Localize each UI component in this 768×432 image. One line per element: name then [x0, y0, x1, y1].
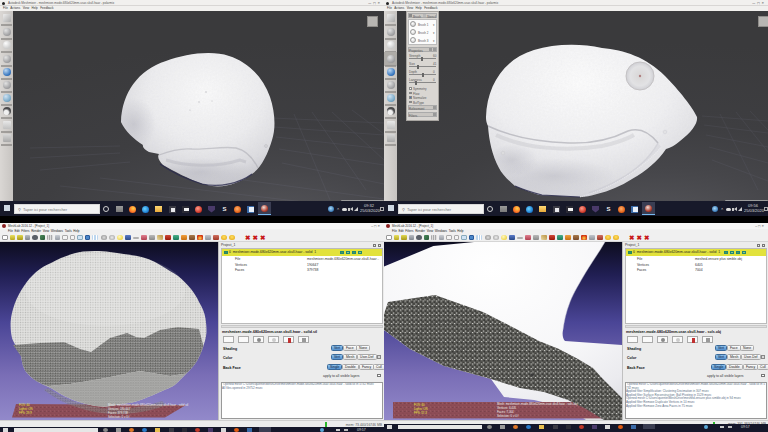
- svg-text:Selection: 0 v 0 f: Selection: 0 v 0 f: [497, 414, 519, 418]
- svg-text:FPS: 57.3: FPS: 57.3: [414, 411, 427, 415]
- svg-text:FPS: 29.9: FPS: 29.9: [19, 411, 32, 415]
- svg-text:Selection: 0 v 0 f: Selection: 0 v 0 f: [108, 415, 130, 419]
